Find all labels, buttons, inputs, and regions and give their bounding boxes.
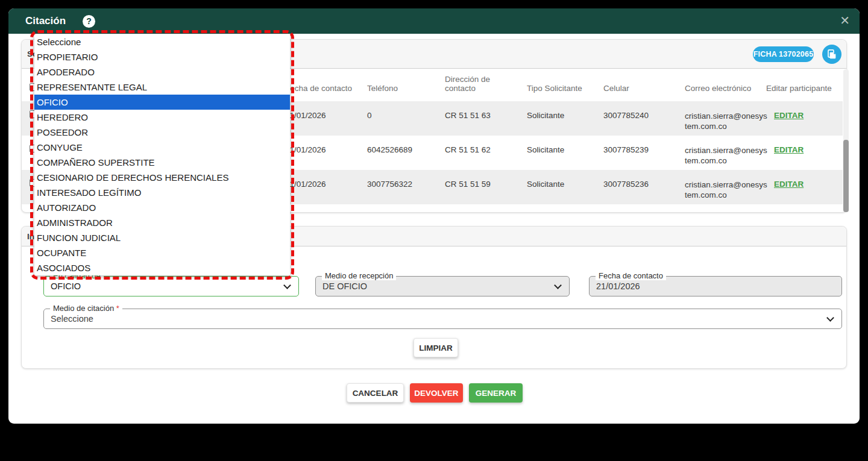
help-icon[interactable]: ? (83, 15, 95, 28)
fecha-contacto-value: 21/01/2026 (596, 281, 640, 291)
dropdown-option[interactable]: CESIONARIO DE DERECHOS HERENCIALES (34, 170, 290, 185)
cell-celular: 3007785236 (603, 180, 649, 189)
dropdown-option[interactable]: AUTORIZADO (34, 200, 290, 215)
dropdown-option[interactable]: ASOCIADOS (34, 260, 290, 275)
col-tipo: Tipo Solicitante (527, 84, 582, 93)
cell-direccion: CR 51 51 59 (445, 180, 491, 189)
cell-telefono: 3007756322 (367, 180, 412, 189)
col-fecha: Fecha de contacto (285, 84, 352, 93)
cell-telefono: 6042526689 (367, 145, 412, 154)
col-celular: Celular (603, 84, 629, 93)
scrollbar-thumb[interactable] (843, 140, 849, 212)
col-correo: Correo electrónico (685, 84, 751, 93)
fecha-contacto-label: Fecha de contacto (596, 271, 666, 280)
cell-correo: cristian.sierra@onesystem.com.co (685, 145, 769, 166)
fecha-contacto-input[interactable]: Fecha de contacto 21/01/2026 (589, 276, 842, 296)
dropdown-option[interactable]: Seleccione (34, 34, 290, 49)
col-direccion: Dirección de contacto (445, 75, 505, 93)
cell-celular: 3007785240 (603, 111, 649, 120)
ficha-badge: FICHA 13702065 (753, 46, 814, 62)
cell-correo: cristian.sierra@onesystem.com.co (685, 111, 769, 131)
dropdown-option[interactable]: OFICIO (34, 95, 290, 110)
cell-fecha: 21/01/2026 (285, 145, 326, 154)
modal-title: Citación (25, 15, 66, 27)
chevron-down-icon (826, 314, 834, 322)
cell-celular: 3007785239 (603, 145, 649, 154)
medio-recepcion-label: Medio de recepción (322, 271, 396, 280)
close-icon[interactable]: ✕ (840, 14, 850, 27)
col-editar: Editar participante (766, 84, 832, 93)
copy-button[interactable] (822, 45, 841, 64)
cell-tipo: Solicitante (527, 180, 564, 189)
dropdown-option[interactable]: INTERESADO LEGÍTIMO (34, 185, 290, 200)
cell-tipo: Solicitante (527, 145, 564, 154)
editar-link[interactable]: EDITAR (774, 145, 804, 154)
en-calidad-value: OFICIO (51, 281, 81, 291)
en-calidad-dropdown-list[interactable]: SeleccionePROPIETARIOAPODERADOREPRESENTA… (34, 34, 290, 275)
editar-link[interactable]: EDITAR (774, 180, 804, 189)
dropdown-option[interactable]: FUNCION JUDICIAL (34, 230, 290, 245)
modal-header: Citación ? ✕ (8, 8, 860, 34)
dropdown-option[interactable]: PROPIETARIO (34, 49, 290, 64)
medio-citacion-select[interactable]: Medio de citación * Seleccione (43, 309, 842, 329)
cancelar-button[interactable]: CANCELAR (347, 383, 404, 403)
en-calidad-select[interactable]: En calidad de OFICIO (43, 276, 299, 296)
dropdown-option[interactable]: APODERADO (34, 64, 290, 80)
table-scrollbar[interactable] (843, 69, 849, 212)
medio-citacion-label: Medio de citación * (50, 304, 122, 313)
limpiar-button[interactable]: LIMPIAR (414, 338, 458, 357)
medio-citacion-value: Seleccione (51, 314, 93, 324)
dropdown-option[interactable]: OCUPANTE (34, 245, 290, 260)
generar-button[interactable]: GENERAR (469, 383, 523, 403)
dropdown-option[interactable]: HEREDERO (34, 110, 290, 125)
chevron-down-icon (283, 281, 291, 289)
editar-link[interactable]: EDITAR (774, 111, 804, 120)
medio-recepcion-select[interactable]: Medio de recepción DE OFICIO (315, 276, 570, 296)
cell-direccion: CR 51 51 63 (445, 111, 491, 120)
cell-direccion: CR 51 51 62 (445, 145, 491, 154)
dropdown-option[interactable]: COMPAÑERO SUPERSTITE (34, 155, 290, 170)
screen-background: Citación ? ✕ So FICHA 13702065 Fecha d (0, 0, 868, 461)
cell-fecha: 21/01/2026 (285, 180, 326, 189)
required-asterisk: * (116, 304, 119, 313)
dropdown-option[interactable]: CONYUGE (34, 140, 290, 155)
medio-recepcion-value: DE OFICIO (322, 281, 367, 291)
citacion-modal: Citación ? ✕ So FICHA 13702065 Fecha d (8, 8, 860, 424)
devolver-button[interactable]: DEVOLVER (410, 383, 463, 403)
chevron-down-icon (554, 281, 562, 289)
dropdown-option[interactable]: ADMINISTRADOR (34, 215, 290, 230)
col-telefono: Teléfono (367, 84, 398, 93)
dropdown-option[interactable]: POSEEDOR (34, 125, 290, 140)
cell-telefono: 0 (367, 111, 372, 120)
copy-icon (826, 49, 837, 60)
cell-correo: cristian.sierra@onesystem.com.co (685, 180, 769, 200)
cell-tipo: Solicitante (527, 111, 564, 120)
dropdown-option[interactable]: REPRESENTANTE LEGAL (34, 80, 290, 95)
cell-fecha: 21/01/2026 (285, 111, 326, 120)
